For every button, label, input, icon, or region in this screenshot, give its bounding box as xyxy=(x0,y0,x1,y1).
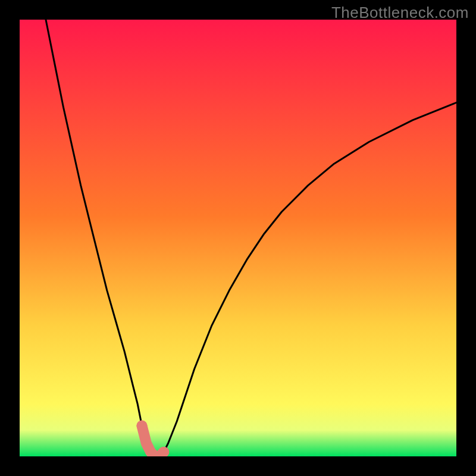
chart-svg xyxy=(20,20,456,456)
svg-point-0 xyxy=(137,421,148,431)
gradient-background xyxy=(20,20,456,456)
chart-container: TheBottleneck.com xyxy=(0,0,476,476)
watermark-text: TheBottleneck.com xyxy=(331,4,469,22)
plot-area xyxy=(20,20,456,456)
